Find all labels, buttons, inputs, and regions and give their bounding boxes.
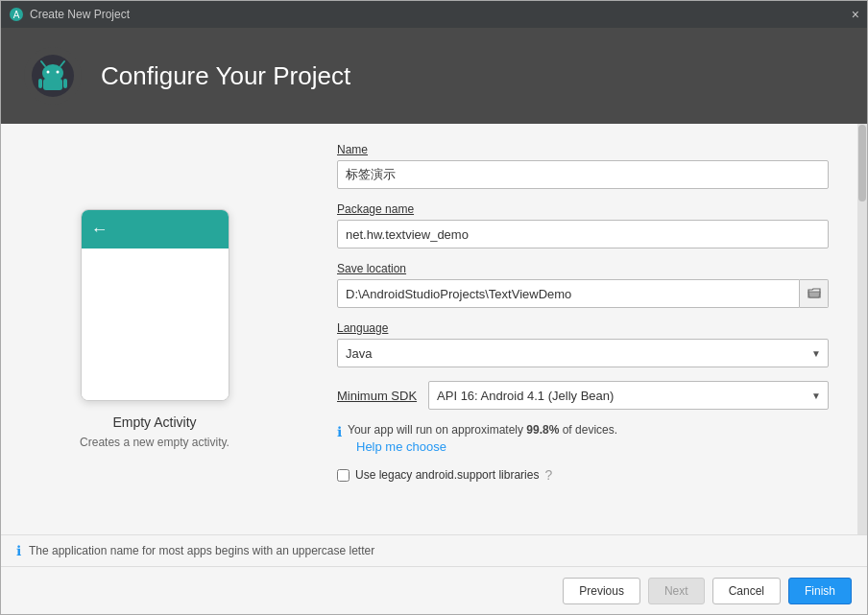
- titlebar-left: A Create New Project: [9, 7, 130, 22]
- svg-point-6: [47, 71, 50, 74]
- close-button[interactable]: ×: [852, 8, 859, 21]
- titlebar-title: Create New Project: [30, 8, 130, 21]
- language-select-wrapper: Java Kotlin ▼: [337, 339, 829, 367]
- main-window: A Create New Project ×: [0, 0, 868, 615]
- help-me-choose-link[interactable]: Help me choose: [356, 439, 829, 454]
- activity-label: Empty Activity: [112, 414, 196, 430]
- name-group: Name: [337, 143, 829, 189]
- phone-body: [82, 248, 229, 401]
- header: Configure Your Project: [1, 28, 867, 124]
- language-group: Language Java Kotlin ▼: [337, 321, 829, 367]
- footer: Previous Next Cancel Finish: [1, 566, 867, 614]
- save-location-input-row: [337, 279, 829, 308]
- next-button: Next: [648, 578, 705, 604]
- warning-info-icon: ℹ: [16, 543, 21, 558]
- scrollbar[interactable]: [857, 124, 867, 534]
- min-sdk-label: Minimum SDK: [337, 389, 417, 403]
- info-icon: ℹ: [337, 424, 342, 439]
- name-label: Name: [337, 143, 829, 156]
- min-sdk-select[interactable]: API 16: Android 4.1 (Jelly Bean) API 21:…: [428, 381, 829, 410]
- package-label: Package name: [337, 202, 829, 216]
- info-text-prefix: Your app will run on approximately: [348, 423, 526, 437]
- phone-mockup: ←: [81, 209, 229, 401]
- warning-text: The application name for most apps begin…: [29, 544, 374, 557]
- info-row: ℹ Your app will run on approximately 99.…: [337, 423, 829, 439]
- legacy-checkbox-label: Use legacy android.support libraries: [355, 468, 539, 482]
- folder-icon: [808, 288, 821, 299]
- info-text: Your app will run on approximately 99.8%…: [348, 423, 617, 437]
- svg-rect-9: [38, 79, 42, 88]
- info-text-suffix: of devices.: [559, 423, 617, 437]
- legacy-checkbox-row: Use legacy android.support libraries ?: [337, 467, 829, 483]
- svg-point-7: [57, 71, 60, 74]
- cancel-button[interactable]: Cancel: [712, 578, 781, 604]
- back-arrow-icon: ←: [91, 220, 108, 240]
- min-sdk-group: Minimum SDK API 16: Android 4.1 (Jelly B…: [337, 381, 829, 410]
- package-group: Package name: [337, 202, 829, 248]
- main-content: ← Empty Activity Creates a new empty act…: [1, 124, 867, 534]
- warning-bar: ℹ The application name for most apps beg…: [1, 534, 867, 566]
- save-location-group: Save location: [337, 262, 829, 308]
- legacy-checkbox[interactable]: [337, 469, 350, 482]
- android-icon: [31, 54, 75, 98]
- left-panel: ← Empty Activity Creates a new empty act…: [1, 124, 308, 534]
- language-select[interactable]: Java Kotlin: [337, 339, 829, 367]
- right-panel: Name Package name Save location: [308, 124, 857, 534]
- info-highlight: 99.8%: [526, 423, 559, 437]
- svg-rect-8: [43, 79, 62, 90]
- svg-text:A: A: [13, 10, 20, 20]
- name-input[interactable]: [337, 160, 829, 189]
- previous-button[interactable]: Previous: [563, 578, 640, 604]
- browse-folder-button[interactable]: [800, 279, 829, 308]
- titlebar: A Create New Project ×: [1, 1, 867, 28]
- header-title: Configure Your Project: [101, 61, 350, 91]
- android-studio-icon: A: [9, 7, 24, 22]
- activity-desc: Creates a new empty activity.: [80, 436, 229, 449]
- sdk-select-wrapper: API 16: Android 4.1 (Jelly Bean) API 21:…: [428, 381, 829, 410]
- info-section: ℹ Your app will run on approximately 99.…: [337, 423, 829, 454]
- phone-topbar: ←: [82, 210, 229, 248]
- svg-rect-10: [63, 79, 67, 88]
- save-location-label: Save location: [337, 262, 829, 275]
- sdk-row: Minimum SDK API 16: Android 4.1 (Jelly B…: [337, 381, 829, 410]
- package-input[interactable]: [337, 220, 829, 248]
- scrollbar-thumb[interactable]: [858, 125, 866, 201]
- language-label: Language: [337, 321, 829, 335]
- save-location-input[interactable]: [337, 279, 800, 308]
- finish-button[interactable]: Finish: [788, 578, 852, 604]
- header-logo-container: [24, 47, 82, 105]
- help-circle-icon[interactable]: ?: [544, 467, 552, 483]
